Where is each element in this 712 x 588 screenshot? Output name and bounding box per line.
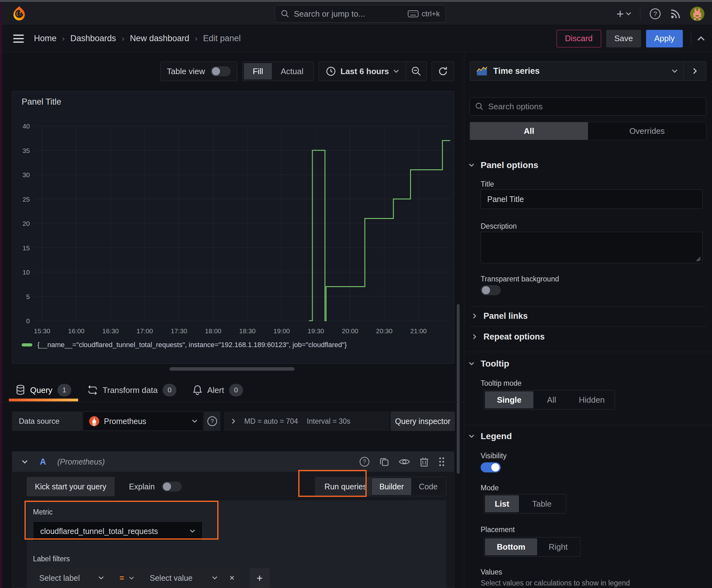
legend-visibility-toggle[interactable] bbox=[481, 462, 501, 472]
search-placeholder: Search or jump to... bbox=[294, 9, 404, 19]
breadcrumb-separator: › bbox=[195, 34, 197, 43]
editor-resize-handle[interactable] bbox=[170, 367, 295, 371]
tab-query[interactable]: Query 1 bbox=[7, 381, 80, 400]
tab-all-options[interactable]: All bbox=[470, 122, 588, 140]
drag-query-handle[interactable] bbox=[438, 456, 445, 467]
tooltip-mode-switch: Single All Hidden bbox=[484, 390, 615, 410]
datasource-help-button[interactable]: ? bbox=[204, 412, 220, 431]
time-range-picker[interactable]: Last 6 hours bbox=[319, 62, 406, 81]
operator-value: = bbox=[120, 573, 124, 583]
news-button[interactable] bbox=[670, 8, 681, 19]
placement-bottom-option[interactable]: Bottom bbox=[485, 538, 537, 555]
section-divider bbox=[464, 352, 712, 352]
builder-option[interactable]: Builder bbox=[372, 478, 411, 495]
panel-title-input[interactable]: Panel Title bbox=[481, 189, 703, 209]
apply-button[interactable]: Apply bbox=[646, 30, 683, 47]
select-label-placeholder: Select label bbox=[39, 573, 93, 583]
breadcrumb-new-dashboard[interactable]: New dashboard bbox=[130, 34, 189, 43]
collapse-options-button[interactable] bbox=[684, 61, 706, 81]
panel-title-value: Panel Title bbox=[487, 195, 524, 204]
toggle-visibility-button[interactable] bbox=[399, 458, 410, 466]
chart-legend: {__name__="cloudflared_tunnel_total_requ… bbox=[22, 341, 347, 349]
legend-series-label[interactable]: {__name__="cloudflared_tunnel_total_requ… bbox=[37, 341, 347, 349]
window-top-edge bbox=[0, 0, 712, 2]
options-scope-tabs: All Overrides bbox=[470, 122, 706, 140]
tab-alert-label: Alert bbox=[207, 385, 224, 395]
tab-transform-data[interactable]: Transform data 0 bbox=[80, 381, 185, 400]
options-search-input[interactable]: Search options bbox=[470, 97, 706, 115]
query-ref-id: A bbox=[40, 457, 46, 467]
panel-options-sidebar: Time series Search options All Overrides… bbox=[464, 52, 712, 588]
panel-links-section[interactable]: Panel links bbox=[473, 308, 528, 324]
select-value-dropdown[interactable]: Select value bbox=[144, 568, 224, 588]
grafana-logo-icon[interactable] bbox=[12, 6, 26, 21]
tab-alert[interactable]: Alert 0 bbox=[185, 381, 251, 400]
chevron-down-icon bbox=[212, 576, 218, 580]
help-button[interactable]: ? bbox=[649, 8, 661, 20]
topbar-divider bbox=[640, 7, 641, 20]
discard-button[interactable]: Discard bbox=[557, 30, 601, 47]
help-icon: ? bbox=[649, 8, 661, 20]
query-options-summary[interactable]: MD = auto = 704 Interval = 30s bbox=[224, 412, 389, 431]
time-series-chart[interactable]: 051015202530354015:3016:0016:3017:0017:3… bbox=[12, 91, 454, 363]
explain-toggle[interactable] bbox=[162, 482, 182, 491]
add-filter-button[interactable]: + bbox=[250, 568, 270, 588]
table-view-toggle[interactable] bbox=[211, 66, 231, 76]
global-search-input[interactable]: Search or jump to... ctrl+k bbox=[275, 5, 446, 23]
tooltip-mode-label: Tooltip mode bbox=[481, 379, 703, 387]
transparent-background-toggle[interactable] bbox=[481, 285, 501, 295]
legend-table-option[interactable]: Table bbox=[519, 495, 565, 512]
placement-right-option[interactable]: Right bbox=[537, 538, 579, 555]
rss-icon bbox=[670, 8, 681, 19]
user-avatar[interactable] bbox=[690, 6, 705, 21]
legend-series-swatch[interactable] bbox=[22, 343, 33, 346]
collapse-editor-button[interactable] bbox=[691, 32, 705, 45]
tab-query-label: Query bbox=[30, 385, 52, 395]
metric-select[interactable]: cloudflared_tunnel_total_requests bbox=[33, 521, 202, 541]
save-button[interactable]: Save bbox=[606, 30, 641, 47]
repeat-options-section[interactable]: Repeat options bbox=[473, 329, 545, 345]
remove-filter-button[interactable]: × bbox=[224, 568, 239, 588]
metric-value: cloudflared_tunnel_total_requests bbox=[40, 527, 190, 536]
zoom-out-button[interactable] bbox=[406, 62, 426, 81]
tab-overrides[interactable]: Overrides bbox=[588, 122, 706, 140]
drag-handle-icon bbox=[438, 456, 445, 467]
panel-options-section-header[interactable]: Panel options bbox=[469, 160, 538, 170]
kickstart-query-button[interactable]: Kick start your query bbox=[27, 477, 114, 496]
code-option[interactable]: Code bbox=[411, 478, 445, 495]
add-new-button[interactable]: + bbox=[617, 7, 631, 21]
datasource-row: Data source Prometheus ? MD = auto = 704… bbox=[12, 412, 455, 431]
operator-dropdown[interactable]: = bbox=[111, 568, 143, 588]
divider bbox=[470, 306, 706, 307]
query-inspector-button[interactable]: Query inspector bbox=[390, 412, 455, 431]
refresh-button[interactable] bbox=[432, 62, 454, 81]
actual-option[interactable]: Actual bbox=[272, 63, 312, 80]
vertical-scrollbar[interactable] bbox=[457, 304, 459, 474]
breadcrumb-home[interactable]: Home bbox=[34, 34, 57, 43]
menu-toggle-button[interactable] bbox=[13, 35, 24, 43]
legend-list-option[interactable]: List bbox=[485, 495, 519, 512]
tooltip-header-label: Tooltip bbox=[481, 359, 509, 369]
tooltip-section-header[interactable]: Tooltip bbox=[469, 359, 509, 369]
tooltip-single-option[interactable]: Single bbox=[485, 391, 533, 408]
select-label-dropdown[interactable]: Select label bbox=[33, 568, 110, 588]
tooltip-all-option[interactable]: All bbox=[533, 391, 570, 408]
breadcrumb-dashboards[interactable]: Dashboards bbox=[70, 34, 116, 43]
query-row-header[interactable]: A (Prometheus) ? bbox=[12, 452, 454, 472]
delete-query-button[interactable] bbox=[419, 456, 429, 467]
chevron-down-icon bbox=[393, 69, 399, 73]
datasource-select[interactable]: Prometheus bbox=[83, 412, 203, 431]
svg-text:18:00: 18:00 bbox=[205, 327, 222, 335]
tab-transform-label: Transform data bbox=[103, 385, 157, 395]
fill-option[interactable]: Fill bbox=[244, 63, 272, 80]
tooltip-hidden-option[interactable]: Hidden bbox=[570, 391, 614, 408]
visualization-select[interactable]: Time series bbox=[470, 61, 684, 81]
query-help-button[interactable]: ? bbox=[359, 456, 370, 467]
run-queries-button[interactable]: Run queries bbox=[315, 477, 376, 496]
legend-section-header[interactable]: Legend bbox=[469, 431, 512, 441]
query-datasource-hint: (Prometheus) bbox=[58, 457, 105, 466]
duplicate-query-button[interactable] bbox=[379, 457, 389, 467]
refresh-icon bbox=[437, 66, 449, 77]
description-textarea[interactable] bbox=[481, 232, 703, 263]
topbar-actions: + ? bbox=[617, 5, 705, 23]
